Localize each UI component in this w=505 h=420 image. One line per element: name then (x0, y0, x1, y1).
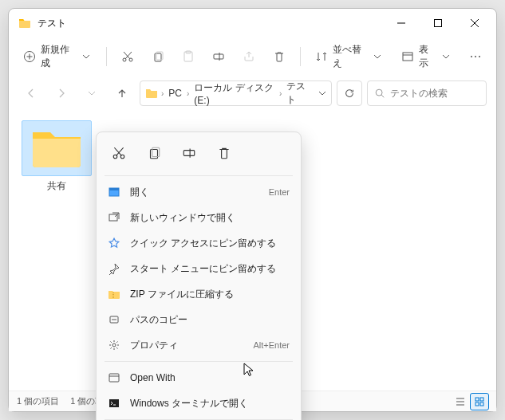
svg-point-21 (479, 56, 480, 57)
chevron-right-icon: › (279, 89, 282, 98)
search-icon (374, 88, 385, 99)
svg-rect-1 (435, 20, 442, 27)
back-button[interactable] (18, 80, 44, 106)
svg-rect-46 (109, 374, 119, 382)
recent-button[interactable] (79, 80, 105, 106)
svg-rect-27 (475, 398, 479, 401)
view-label: 表示 (419, 43, 436, 70)
rename-button[interactable] (178, 142, 200, 164)
new-label: 新規作成 (41, 43, 75, 70)
folder-icon (18, 17, 31, 29)
copy-button[interactable] (143, 142, 165, 164)
scissors-icon (121, 50, 134, 63)
cut-button[interactable] (113, 42, 142, 71)
share-button[interactable] (235, 42, 263, 71)
context-terminal[interactable]: Windows ターミナルで開く (97, 391, 301, 416)
new-window-icon (108, 211, 120, 224)
context-properties[interactable]: プロパティ Alt+Enter (97, 332, 301, 358)
breadcrumb-folder[interactable]: テスト (285, 80, 312, 107)
more-icon (469, 50, 482, 63)
divider (300, 47, 301, 66)
minimize-button[interactable] (383, 10, 420, 36)
chevron-down-icon (440, 50, 452, 63)
search-input[interactable] (390, 88, 479, 99)
svg-rect-29 (475, 402, 479, 406)
svg-rect-28 (480, 398, 483, 401)
breadcrumb-disk[interactable]: ローカル ディスク (E:) (192, 81, 276, 106)
window-controls (383, 10, 493, 36)
separator (105, 175, 293, 176)
context-pin-start[interactable]: スタート メニューにピン留めする (97, 256, 301, 281)
sort-icon (315, 50, 328, 63)
folder-icon (145, 87, 158, 100)
more-button[interactable] (461, 42, 490, 71)
folder-icon (31, 128, 82, 169)
star-icon (108, 237, 120, 249)
divider (106, 47, 107, 66)
cut-button[interactable] (108, 142, 130, 164)
svg-rect-30 (480, 402, 483, 406)
rename-button[interactable] (204, 42, 233, 71)
breadcrumb-pc[interactable]: PC (167, 88, 183, 99)
open-icon (108, 186, 120, 198)
copy-path-icon (108, 313, 120, 326)
new-button[interactable]: 新規作成 (15, 42, 100, 71)
chevron-down-icon (80, 50, 91, 63)
icons-view-button[interactable] (471, 394, 488, 410)
terminal-icon (108, 397, 120, 410)
refresh-button[interactable] (337, 80, 362, 106)
svg-rect-48 (109, 399, 119, 407)
titlebar: テスト (9, 9, 496, 37)
clipboard-icon (182, 50, 195, 63)
separator (105, 361, 293, 362)
chevron-down-icon[interactable] (318, 89, 326, 97)
context-open-with[interactable]: Open With (97, 365, 301, 391)
view-button[interactable]: 表示 (393, 42, 460, 71)
address-bar[interactable]: › PC › ローカル ディスク (E:) › テスト (140, 80, 332, 106)
context-open-new-window[interactable]: 新しいウィンドウで開く (97, 205, 301, 230)
folder-item[interactable]: 共有 (22, 120, 92, 193)
selection-highlight (22, 120, 92, 176)
zip-icon (108, 288, 120, 300)
plus-circle-icon (23, 50, 36, 63)
svg-rect-37 (183, 151, 195, 156)
sort-button[interactable]: 並べ替え (307, 42, 392, 71)
delete-button[interactable] (213, 142, 235, 164)
chevron-right-icon: › (187, 89, 189, 98)
sort-label: 並べ替え (333, 43, 367, 70)
rename-icon (212, 50, 225, 63)
pin-icon (108, 262, 120, 275)
chevron-down-icon (372, 50, 383, 63)
svg-point-20 (475, 56, 476, 57)
app-icon (108, 371, 120, 384)
item-label: 共有 (22, 179, 92, 193)
context-pin-quick[interactable]: クイック アクセスにピン留めする (97, 230, 301, 256)
svg-rect-40 (109, 188, 119, 190)
context-menu-icon-row (97, 137, 301, 172)
toolbar: 新規作成 並べ替え 表示 (9, 37, 496, 76)
item-count: 1 個の項目 (17, 395, 59, 407)
properties-icon (108, 339, 120, 351)
forward-button[interactable] (49, 80, 74, 106)
svg-rect-17 (403, 53, 412, 61)
context-copy-path[interactable]: パスのコピー (97, 307, 301, 332)
maximize-button[interactable] (420, 10, 456, 36)
context-open[interactable]: 開く Enter (97, 179, 301, 205)
close-button[interactable] (456, 10, 493, 36)
details-view-button[interactable] (452, 394, 469, 410)
delete-button[interactable] (265, 42, 294, 71)
trash-icon (273, 50, 286, 63)
svg-rect-15 (214, 54, 223, 59)
search-box[interactable] (367, 80, 487, 106)
window-title: テスト (37, 17, 383, 30)
svg-point-22 (376, 89, 382, 96)
context-zip[interactable]: ZIP ファイルに圧縮する (97, 281, 301, 307)
chevron-right-icon: › (161, 89, 164, 98)
svg-point-45 (112, 343, 116, 347)
layout-icon (401, 50, 414, 63)
up-button[interactable] (109, 80, 135, 106)
paste-button[interactable] (174, 42, 203, 71)
copy-button[interactable] (144, 42, 172, 71)
copy-icon (152, 50, 164, 63)
share-icon (243, 50, 255, 63)
